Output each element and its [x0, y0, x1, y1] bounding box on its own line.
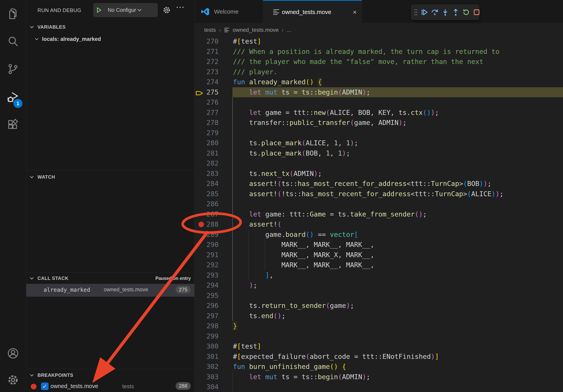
line-number[interactable]: 289: [194, 230, 218, 240]
code-line-281[interactable]: 281 ts.place_mark(BOB, 1, 1);: [194, 148, 563, 158]
line-number[interactable]: 283: [194, 169, 218, 179]
section-variables[interactable]: VARIABLES: [26, 21, 194, 33]
more-actions-icon[interactable]: ⋯: [176, 2, 184, 12]
code-line-278[interactable]: 278 transfer::public_transfer(game, ADMI…: [194, 118, 563, 128]
line-number[interactable]: 290: [194, 240, 218, 250]
code-line-273[interactable]: 273/// player.: [194, 67, 563, 77]
line-number[interactable]: 270: [194, 36, 218, 47]
line-number[interactable]: 273: [194, 67, 218, 77]
stop-button[interactable]: [473, 7, 481, 18]
code-line-293[interactable]: 293 ],: [194, 270, 563, 280]
debug-config-dropdown[interactable]: No Configur: [93, 3, 158, 17]
explorer-icon[interactable]: [0, 3, 26, 25]
line-number[interactable]: 277: [194, 108, 218, 118]
continue-button[interactable]: [420, 7, 428, 18]
call-stack-frame[interactable]: already_marked owned_tests.move 275: [26, 284, 194, 297]
variables-scope-locals[interactable]: locals: already_marked: [26, 33, 194, 45]
line-number[interactable]: 304: [194, 382, 218, 392]
extensions-icon[interactable]: [0, 114, 26, 135]
step-over-button[interactable]: [431, 7, 439, 18]
line-number[interactable]: 281: [194, 148, 218, 158]
tab-owned-tests-move[interactable]: owned_tests.move ×: [263, 0, 362, 23]
code-line-284[interactable]: 284 assert!(ts::has_most_recent_for_addr…: [194, 179, 563, 189]
breakpoint-checkbox[interactable]: ✓: [41, 382, 49, 390]
line-number[interactable]: 294: [194, 280, 218, 290]
code-line-287[interactable]: 287 let game: ttt::Game = ts.take_from_s…: [194, 209, 563, 220]
line-number[interactable]: 298: [194, 321, 218, 331]
line-number[interactable]: 293: [194, 270, 218, 280]
code-line-292[interactable]: 292 MARK__, MARK__, MARK__,: [194, 260, 563, 270]
code-line-302[interactable]: 302fun burn_unfinished_game() {: [194, 362, 563, 372]
code-line-282[interactable]: 282: [194, 158, 563, 169]
code-line-298[interactable]: 298}: [194, 321, 563, 331]
code-line-301[interactable]: 301#[expected_failure(abort_code = ttt::…: [194, 352, 563, 362]
restart-button[interactable]: [462, 7, 470, 18]
debug-settings-gear-icon[interactable]: [162, 3, 171, 17]
line-number[interactable]: 274: [194, 77, 218, 87]
code-line-271[interactable]: 271/// When a position is already marked…: [194, 47, 563, 57]
tab-welcome[interactable]: Welcome: [194, 0, 263, 23]
search-icon[interactable]: [0, 31, 26, 52]
code-line-296[interactable]: 296 ts.return_to_sender(game);: [194, 301, 563, 311]
start-debug-icon[interactable]: [93, 6, 105, 15]
line-number[interactable]: 299: [194, 331, 218, 341]
code-line-286[interactable]: 286: [194, 199, 563, 209]
line-number[interactable]: 284: [194, 179, 218, 189]
line-number[interactable]: 285: [194, 189, 218, 199]
section-call-stack[interactable]: CALL STACK Paused on entry: [26, 273, 194, 284]
code-line-290[interactable]: 290 MARK__, MARK__, MARK__,: [194, 240, 563, 250]
line-number[interactable]: 278: [194, 118, 218, 128]
settings-gear-icon[interactable]: [0, 369, 26, 391]
breadcrumb-file[interactable]: owned_tests.move: [232, 27, 279, 33]
line-number[interactable]: 288: [194, 219, 218, 230]
line-number[interactable]: 295: [194, 290, 218, 301]
code-line-300[interactable]: 300#[test]: [194, 341, 563, 352]
line-number[interactable]: 300: [194, 341, 218, 352]
line-number[interactable]: 276: [194, 97, 218, 108]
line-number[interactable]: 272: [194, 57, 218, 67]
code-line-275[interactable]: 275 let mut ts = ts::begin(ADMIN);: [194, 87, 563, 97]
line-number[interactable]: 301: [194, 352, 218, 362]
code-line-299[interactable]: 299: [194, 331, 563, 341]
line-number[interactable]: 282: [194, 158, 218, 169]
code-line-297[interactable]: 297 ts.end();: [194, 311, 563, 321]
code-line-288[interactable]: 288 assert!(: [194, 219, 563, 230]
code-line-274[interactable]: 274fun already_marked() {: [194, 77, 563, 87]
breadcrumb-symbol[interactable]: ...: [287, 27, 291, 33]
account-icon[interactable]: [0, 342, 26, 364]
code-line-289[interactable]: 289 game.board() == vector[: [194, 230, 563, 240]
code-line-294[interactable]: 294 );: [194, 280, 563, 290]
code-line-285[interactable]: 285 assert!(!ts::has_most_recent_for_add…: [194, 189, 563, 199]
code-line-303[interactable]: 303 let mut ts = ts::begin(ADMIN);: [194, 372, 563, 382]
line-number[interactable]: 271: [194, 47, 218, 57]
source-control-icon[interactable]: [0, 58, 26, 80]
code-line-304[interactable]: 304: [194, 382, 563, 392]
code-line-279[interactable]: 279: [194, 128, 563, 138]
section-breakpoints[interactable]: BREAKPOINTS: [26, 369, 194, 381]
line-number[interactable]: 296: [194, 301, 218, 311]
line-number[interactable]: 279: [194, 128, 218, 138]
breakpoint-list-item[interactable]: ✓ owned_tests.move tests 288: [26, 381, 194, 392]
line-number[interactable]: 292: [194, 260, 218, 270]
code-line-276[interactable]: 276: [194, 97, 563, 108]
breadcrumb-folder[interactable]: tests: [204, 27, 216, 33]
step-into-button[interactable]: [441, 7, 449, 18]
code-line-280[interactable]: 280 ts.place_mark(ALICE, 1, 1);: [194, 138, 563, 148]
line-number[interactable]: 286: [194, 199, 218, 209]
line-number[interactable]: 297: [194, 311, 218, 321]
code-line-272[interactable]: 272/// the player who made the "false" m…: [194, 57, 563, 67]
line-number[interactable]: 291: [194, 250, 218, 260]
section-watch[interactable]: WATCH: [26, 171, 194, 183]
step-out-button[interactable]: [451, 7, 460, 18]
code-line-283[interactable]: 283 ts.next_tx(ADMIN);: [194, 169, 563, 179]
line-number[interactable]: 287: [194, 209, 218, 220]
code-line-295[interactable]: 295: [194, 290, 563, 301]
toolbar-drag-grip[interactable]: [414, 7, 418, 18]
code-line-277[interactable]: 277 let game = ttt::new(ALICE, BOB, KEY,…: [194, 108, 563, 118]
line-number[interactable]: 280: [194, 138, 218, 148]
line-number[interactable]: 302: [194, 362, 218, 372]
line-number[interactable]: 303: [194, 372, 218, 382]
code-line-291[interactable]: 291 MARK__, MARK_X, MARK__,: [194, 250, 563, 260]
breakpoint-dot-icon[interactable]: [198, 222, 204, 227]
code-line-270[interactable]: 270#[test]: [194, 36, 563, 47]
